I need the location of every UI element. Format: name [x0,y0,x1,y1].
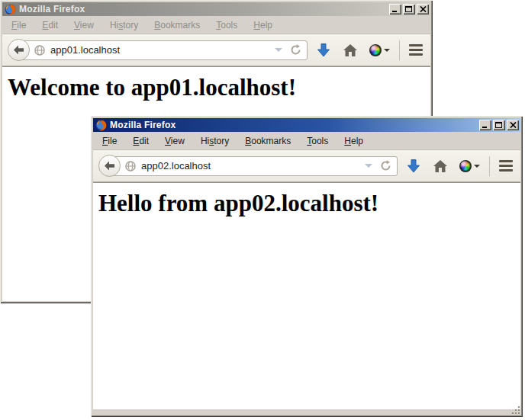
minimize-button[interactable] [479,120,491,130]
url-text[interactable]: app01.localhost [50,44,275,56]
home-button[interactable] [433,160,447,172]
close-button[interactable] [417,4,429,14]
navigation-toolbar: app01.localhost [2,34,430,66]
titlebar[interactable]: Mozilla Firefox [2,2,430,16]
menu-hamburger-button[interactable] [499,160,513,172]
menu-tools[interactable]: Tools [301,134,333,148]
back-button[interactable] [98,155,121,177]
caption-buttons [479,120,519,130]
firefox-window-app02: Mozilla Firefox File Edit View History B… [91,116,523,417]
home-button[interactable] [343,44,357,56]
menu-edit[interactable]: Edit [37,18,63,32]
menu-help[interactable]: Help [339,134,369,148]
download-arrow-icon [317,43,330,57]
resize-grip[interactable] [511,406,520,415]
page-heading: Welcome to app01.localhost! [8,74,430,101]
menu-edit[interactable]: Edit [127,134,154,148]
url-text[interactable]: app02.localhost [141,160,365,172]
navigation-toolbar: app02.localhost [93,150,520,182]
downloads-button[interactable] [317,43,330,57]
titlebar[interactable]: Mozilla Firefox [93,118,520,132]
caption-buttons [389,4,429,14]
colorwheel-icon [459,160,472,172]
window-bottom-frame [93,409,520,415]
history-dropdown-icon[interactable] [275,48,282,52]
toolbar-buttons [407,156,513,176]
close-button[interactable] [507,120,519,130]
site-globe-icon [125,161,136,172]
history-dropdown-icon[interactable] [365,164,372,168]
menu-history[interactable]: History [195,134,234,148]
menu-bookmarks[interactable]: Bookmarks [149,18,205,32]
colorwheel-extension-button[interactable] [369,44,390,56]
firefox-logo-icon [5,4,16,15]
menu-file[interactable]: File [6,18,31,32]
home-icon [343,44,357,56]
downloads-button[interactable] [407,159,420,173]
reload-button[interactable] [380,160,391,172]
url-bar[interactable]: app01.localhost [18,40,308,60]
back-arrow-icon [104,161,115,171]
menu-help[interactable]: Help [248,18,278,32]
url-bar[interactable]: app02.localhost [109,156,398,176]
toolbar-separator [399,40,400,60]
menu-view[interactable]: View [159,134,190,148]
maximize-button[interactable] [403,4,415,14]
firefox-logo-icon [95,120,107,131]
page-heading: Hello from app02.localhost! [98,190,520,217]
window-title: Mozilla Firefox [110,120,476,130]
minimize-button[interactable] [389,4,401,14]
menu-bookmarks[interactable]: Bookmarks [240,134,296,148]
colorwheel-extension-button[interactable] [459,160,480,172]
download-arrow-icon [407,159,420,173]
desktop: { "windows": [ { "title": "Mozilla Firef… [0,0,525,420]
maximize-button[interactable] [493,120,505,130]
reload-button[interactable] [290,44,301,56]
back-button[interactable] [8,39,30,61]
menu-file[interactable]: File [97,134,122,148]
chevron-down-icon [474,165,480,168]
toolbar-separator [489,156,490,176]
menu-bar: File Edit View History Bookmarks Tools H… [93,132,520,150]
home-icon [433,160,447,172]
toolbar-buttons [317,40,423,60]
colorwheel-icon [369,44,382,56]
back-arrow-icon [13,45,24,55]
window-title: Mozilla Firefox [19,4,386,14]
chevron-down-icon [384,49,390,52]
menu-view[interactable]: View [69,18,99,32]
menu-tools[interactable]: Tools [211,18,243,32]
page-content: Hello from app02.localhost! [93,182,520,409]
site-globe-icon [34,45,45,56]
menu-hamburger-button[interactable] [409,44,423,56]
menu-bar: File Edit View History Bookmarks Tools H… [2,16,430,34]
menu-history[interactable]: History [105,18,143,32]
